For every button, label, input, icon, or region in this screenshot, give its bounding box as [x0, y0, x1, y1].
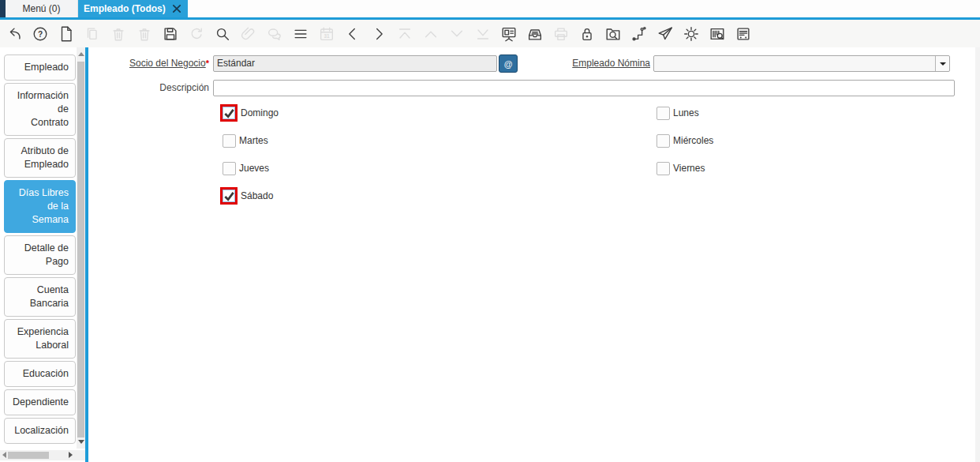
quick-form-icon[interactable] [735, 23, 752, 45]
toolbar: ? 31 [0, 20, 980, 47]
checkbox-unchecked-icon[interactable] [656, 107, 670, 120]
next-record-icon[interactable] [370, 23, 387, 45]
checkbox-unchecked-icon[interactable] [656, 134, 670, 148]
attachment-icon [240, 23, 257, 45]
empleado-nomina-combobox[interactable] [653, 55, 950, 72]
find-icon[interactable] [214, 23, 231, 45]
active-tab-label: Empleado (Todos) [84, 3, 166, 14]
tab-empleado-todos[interactable]: Empleado (Todos) [78, 0, 188, 17]
chat-icon [266, 23, 283, 45]
checkbox-jueves[interactable]: Jueves [223, 160, 269, 178]
sidebar-item-empleado[interactable]: Empleado [4, 54, 76, 81]
delete-selection-icon [136, 23, 153, 45]
refresh-icon [188, 23, 205, 45]
scroll-down-icon[interactable] [78, 440, 84, 444]
sidebar-vertical-scrollbar[interactable] [77, 47, 85, 449]
checkbox-viernes[interactable]: Viernes [656, 160, 705, 178]
socio-del-negocio-label: Socio del Negocio* [88, 55, 209, 72]
previous-record-icon[interactable] [344, 23, 361, 45]
scroll-up-icon[interactable] [78, 52, 84, 56]
checkbox-martes[interactable]: Martes [223, 132, 268, 150]
checkbox-lunes[interactable]: Lunes [656, 104, 699, 122]
detail-tabs-sidebar: Empleado Información de Contrato Atribut… [0, 47, 76, 462]
form-panel: Socio del Negocio* Estándar @ Empleado N… [88, 47, 980, 462]
checkbox-checked-icon[interactable] [220, 104, 238, 122]
report-icon[interactable] [500, 23, 518, 45]
sidebar-item-cuenta-bancaria[interactable]: Cuenta Bancaria [4, 277, 76, 317]
copy-record-icon [84, 23, 101, 45]
sidebar-item-detalle-de-pago[interactable]: Detalle de Pago [4, 235, 76, 275]
save-icon[interactable] [162, 23, 179, 45]
help-icon[interactable]: ? [32, 23, 49, 45]
checkbox-unchecked-icon[interactable] [223, 162, 236, 175]
horizontal-scrollbar-thumb[interactable] [8, 452, 49, 459]
sidebar-item-dias-libres-de-la-semana[interactable]: Días Libres de la Semana [4, 180, 76, 233]
empleado-nomina-label: Empleado Nómina [530, 55, 650, 72]
checkbox-unchecked-icon[interactable] [656, 162, 670, 175]
sidebar-item-experiencia-laboral[interactable]: Experiencia Laboral [4, 319, 76, 359]
sidebar-item-localizacion[interactable]: Localización [4, 418, 76, 444]
preferences-gear-icon[interactable] [683, 23, 700, 45]
print-icon [552, 23, 570, 45]
application-window: Menú (0) Empleado (Todos) ? 31 [0, 0, 980, 462]
lock-icon[interactable] [578, 23, 596, 45]
first-record-icon [396, 23, 413, 45]
socio-del-negocio-field[interactable]: Estándar [213, 55, 497, 72]
new-record-icon[interactable] [58, 23, 75, 45]
checkbox-sabado[interactable]: Sábado [220, 187, 273, 205]
combobox-dropdown-button[interactable] [935, 56, 949, 71]
descripcion-field[interactable] [213, 80, 955, 96]
scroll-right-icon[interactable] [69, 452, 73, 458]
business-partner-record-button[interactable]: @ [499, 54, 518, 73]
scroll-left-icon[interactable] [2, 452, 6, 458]
svg-text:?: ? [38, 29, 43, 38]
corner-block [0, 0, 6, 17]
checkbox-unchecked-icon[interactable] [223, 134, 236, 148]
detail-record-icon [448, 23, 466, 45]
checkbox-domingo[interactable]: Domingo [220, 104, 279, 122]
delete-record-icon [110, 23, 127, 45]
sidebar-item-dependiente[interactable]: Dependiente [4, 389, 76, 415]
last-record-icon [474, 23, 492, 45]
chevron-down-icon [940, 62, 946, 66]
send-mail-icon[interactable] [656, 23, 674, 45]
undo-icon[interactable] [6, 23, 23, 45]
descripcion-label: Descripción [88, 80, 209, 96]
workflow-icon[interactable] [630, 23, 648, 45]
archive-icon[interactable] [526, 23, 544, 45]
barcode-lookup-icon[interactable] [709, 23, 726, 45]
sidebar-item-informacion-de-contrato[interactable]: Información de Contrato [4, 83, 76, 136]
tab-menu[interactable]: Menú (0) [6, 0, 78, 17]
parent-record-icon [422, 23, 440, 45]
vertical-scrollbar-thumb[interactable] [77, 62, 84, 438]
close-icon[interactable] [171, 3, 182, 14]
svg-text:31: 31 [324, 33, 330, 39]
checkbox-checked-icon[interactable] [220, 187, 238, 205]
zoom-across-icon[interactable] [604, 23, 622, 45]
calendar-icon: 31 [318, 23, 335, 45]
sidebar-item-atributo-de-empleado[interactable]: Atributo de Empleado [4, 138, 76, 178]
content-right-scroll-track [975, 47, 980, 462]
required-marker: * [206, 58, 209, 68]
record-info-icon: @ [504, 59, 513, 69]
checkbox-miercoles[interactable]: Miércoles [656, 132, 713, 150]
grid-toggle-icon[interactable] [292, 23, 309, 45]
combobox-value [654, 56, 935, 71]
sidebar-item-educacion[interactable]: Educación [4, 361, 76, 387]
sidebar-horizontal-scrollbar[interactable] [0, 450, 85, 460]
window-tab-bar: Menú (0) Empleado (Todos) [0, 0, 980, 17]
